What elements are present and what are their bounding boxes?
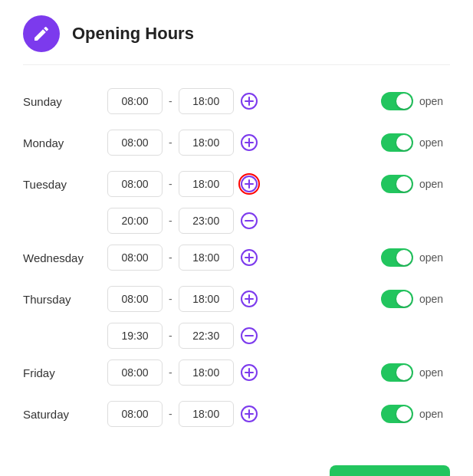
day-row: Saturday- open — [23, 393, 450, 435]
start-time-input[interactable] — [107, 88, 163, 114]
remove-slot-button[interactable] — [238, 325, 260, 346]
day-row: Wednesday- open — [23, 237, 450, 278]
page-header: Opening Hours — [23, 15, 450, 65]
open-label: open — [419, 408, 443, 420]
time-slot-row: - — [107, 286, 366, 312]
end-time-input[interactable] — [179, 130, 234, 156]
time-separator: - — [167, 178, 174, 190]
add-slot-button[interactable] — [238, 132, 260, 153]
time-slot-row: - — [107, 171, 366, 197]
start-time-input[interactable] — [107, 286, 163, 312]
toggle-track — [381, 92, 413, 110]
time-slots: - — [107, 401, 366, 427]
time-slot-row: - — [107, 401, 366, 427]
end-time-input[interactable] — [179, 401, 234, 427]
open-toggle[interactable] — [381, 92, 413, 110]
time-separator: - — [167, 366, 174, 379]
time-separator: - — [167, 215, 174, 227]
start-time-input[interactable] — [107, 401, 163, 427]
toggle-area: open — [381, 248, 450, 267]
day-row: Monday- open — [23, 122, 450, 163]
add-slot-button[interactable] — [238, 362, 260, 383]
add-slot-button[interactable] — [238, 247, 260, 268]
open-toggle[interactable] — [381, 363, 413, 382]
extra-start-time-input[interactable] — [107, 323, 163, 349]
time-separator: - — [167, 136, 174, 149]
end-time-input[interactable] — [179, 171, 234, 197]
end-time-input[interactable] — [179, 286, 234, 312]
extra-start-time-input[interactable] — [107, 208, 163, 234]
extra-end-time-input[interactable] — [179, 208, 234, 234]
open-label: open — [419, 178, 443, 190]
start-time-input[interactable] — [107, 245, 163, 271]
toggle-track — [381, 405, 413, 423]
add-slot-button[interactable] — [238, 403, 260, 425]
open-label: open — [419, 136, 443, 149]
open-label: open — [419, 366, 443, 379]
toggle-thumb — [396, 135, 412, 150]
open-toggle[interactable] — [381, 290, 413, 308]
start-time-input[interactable] — [107, 359, 163, 386]
end-time-input[interactable] — [179, 359, 234, 386]
time-slots: - — [107, 286, 366, 312]
day-row: Thursday- open — [23, 278, 450, 320]
toggle-thumb — [396, 291, 412, 307]
page-title: Opening Hours — [72, 24, 194, 44]
toggle-thumb — [396, 176, 412, 192]
time-slots: - — [107, 245, 366, 271]
day-row: Friday- open — [23, 352, 450, 393]
time-separator: - — [167, 251, 174, 264]
days-list: Sunday- openMonday- openTuesday- open- W… — [23, 80, 450, 435]
end-time-input[interactable] — [179, 245, 234, 271]
open-toggle[interactable] — [381, 133, 413, 152]
time-separator: - — [167, 330, 174, 342]
add-slot-button[interactable] — [238, 173, 260, 195]
extra-slot-row: - — [23, 320, 450, 352]
toggle-area: open — [381, 363, 450, 382]
day-label: Wednesday — [23, 251, 107, 264]
time-separator: - — [167, 293, 174, 305]
toggle-track — [381, 363, 413, 382]
day-row: Tuesday- open — [23, 163, 450, 205]
opening-hours-container: Opening Hours Sunday- openMonday- openTu… — [0, 0, 473, 476]
extra-end-time-input[interactable] — [179, 323, 234, 349]
end-time-input[interactable] — [179, 88, 234, 114]
toggle-thumb — [396, 406, 412, 422]
add-slot-button[interactable] — [238, 288, 260, 310]
day-label: Saturday — [23, 408, 107, 421]
footer: Back Save — [23, 458, 450, 476]
toggle-area: open — [381, 133, 450, 152]
toggle-track — [381, 133, 413, 152]
open-toggle[interactable] — [381, 248, 413, 267]
toggle-thumb — [396, 250, 412, 265]
start-time-input[interactable] — [107, 171, 163, 197]
edit-icon — [32, 25, 51, 43]
time-slots: - — [107, 130, 366, 156]
toggle-area: open — [381, 175, 450, 193]
header-icon-bg — [23, 15, 60, 52]
time-separator: - — [167, 408, 174, 420]
time-slot-row: - — [107, 359, 366, 386]
time-separator: - — [167, 95, 174, 107]
save-button[interactable]: Save — [330, 465, 450, 476]
open-label: open — [419, 95, 443, 107]
start-time-input[interactable] — [107, 130, 163, 156]
day-label: Monday — [23, 136, 107, 149]
day-label: Thursday — [23, 293, 107, 306]
toggle-area: open — [381, 405, 450, 423]
day-label: Friday — [23, 366, 107, 379]
open-toggle[interactable] — [381, 175, 413, 193]
time-slots: - — [107, 88, 366, 114]
add-slot-button[interactable] — [238, 90, 260, 112]
time-slot-row: - — [107, 130, 366, 156]
time-slots: - — [107, 359, 366, 386]
toggle-track — [381, 175, 413, 193]
toggle-thumb — [396, 365, 412, 380]
day-label: Sunday — [23, 95, 107, 108]
remove-slot-button[interactable] — [238, 210, 260, 231]
open-label: open — [419, 251, 443, 264]
toggle-thumb — [396, 94, 412, 109]
day-row: Sunday- open — [23, 80, 450, 122]
open-toggle[interactable] — [381, 405, 413, 423]
toggle-area: open — [381, 290, 450, 308]
